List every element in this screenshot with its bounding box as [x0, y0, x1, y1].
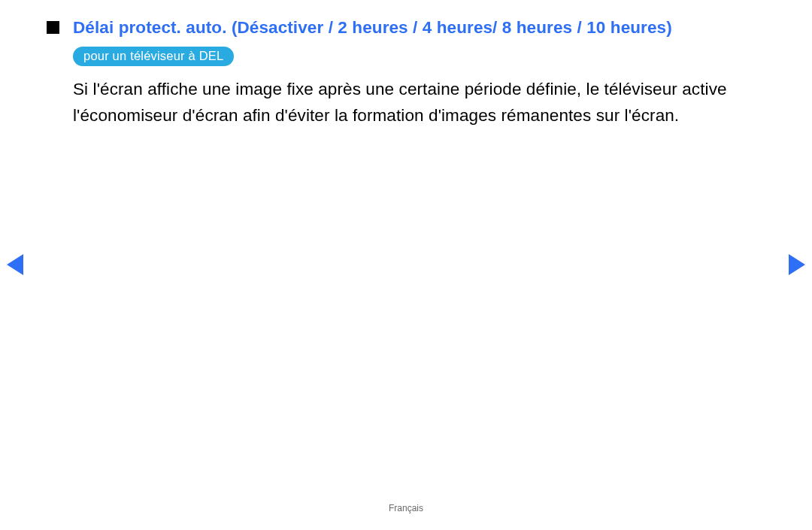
- description-text: Si l'écran affiche une image fixe après …: [73, 77, 765, 129]
- section-heading: Délai protect. auto. (Désactiver / 2 heu…: [73, 17, 672, 39]
- main-content: Délai protect. auto. (Désactiver / 2 heu…: [47, 17, 765, 129]
- next-page-arrow[interactable]: [789, 254, 805, 275]
- language-footer: Français: [0, 503, 812, 513]
- bullet-icon: [47, 21, 59, 34]
- device-type-badge: pour un téléviseur à DEL: [73, 47, 234, 66]
- heading-row: Délai protect. auto. (Désactiver / 2 heu…: [47, 17, 765, 39]
- previous-page-arrow[interactable]: [7, 254, 23, 275]
